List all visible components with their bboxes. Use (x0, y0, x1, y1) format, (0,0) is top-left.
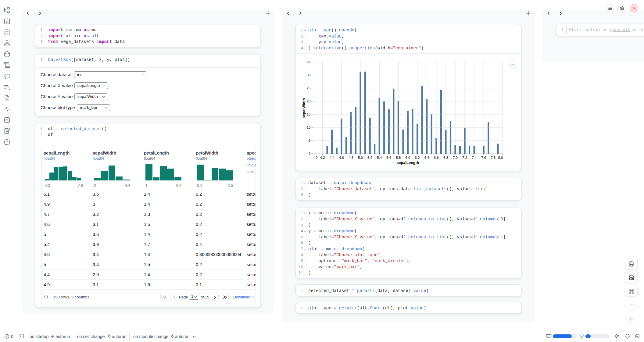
svg-text:4.8: 4.8 (349, 156, 353, 159)
svg-text:6.2: 6.2 (415, 156, 420, 159)
svg-text:20: 20 (307, 99, 311, 103)
svg-text:6.4: 6.4 (424, 156, 430, 159)
svg-text:30: 30 (307, 73, 311, 77)
svg-text:7.8: 7.8 (491, 156, 496, 159)
svg-text:7.0: 7.0 (453, 156, 458, 159)
svg-text:4.0: 4.0 (313, 156, 318, 159)
svg-text:6.6: 6.6 (434, 156, 439, 159)
svg-text:15: 15 (307, 112, 311, 116)
svg-text:5.4: 5.4 (377, 156, 382, 159)
svg-text:5.2: 5.2 (367, 156, 372, 159)
svg-text:5.6: 5.6 (386, 156, 391, 159)
svg-text:0: 0 (309, 152, 310, 155)
svg-text:8.0: 8.0 (498, 156, 503, 159)
svg-text:4.2: 4.2 (320, 156, 325, 159)
svg-text:25: 25 (307, 86, 311, 90)
svg-text:4.6: 4.6 (339, 156, 344, 159)
svg-text:6.8: 6.8 (443, 156, 448, 159)
svg-text:7.6: 7.6 (481, 156, 486, 159)
svg-text:35: 35 (307, 60, 311, 64)
svg-text:5: 5 (309, 139, 310, 142)
svg-text:5.8: 5.8 (396, 156, 401, 159)
svg-text:5.0: 5.0 (358, 156, 363, 159)
svg-text:sepalLength: sepalLength (397, 161, 419, 165)
svg-text:10: 10 (307, 126, 311, 129)
svg-text:6.0: 6.0 (406, 156, 410, 159)
svg-text:7.2: 7.2 (462, 156, 467, 159)
svg-text:4.4: 4.4 (330, 156, 335, 159)
svg-text:sepalWidth: sepalWidth (302, 98, 306, 119)
svg-text:7.4: 7.4 (472, 156, 477, 159)
